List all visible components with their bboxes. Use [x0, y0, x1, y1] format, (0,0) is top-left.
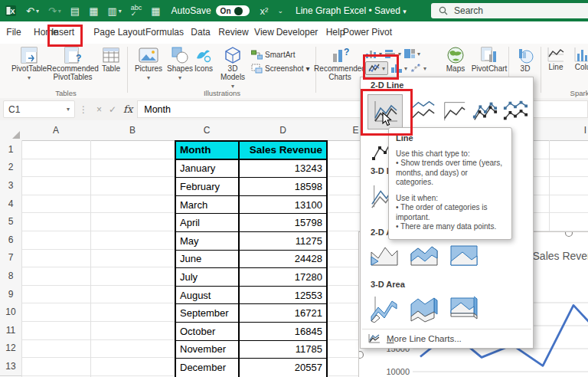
table-cell[interactable]: June — [176, 251, 240, 269]
table-cell[interactable]: 16845 — [240, 323, 326, 341]
row-header-3[interactable]: 3 — [0, 176, 22, 195]
table-cell[interactable]: December — [176, 359, 240, 377]
table-header-cell[interactable]: Month — [176, 142, 240, 160]
chart-type-3d-100-stacked-area[interactable] — [447, 292, 481, 324]
table-cell[interactable]: 24428 — [240, 251, 326, 269]
insert-line-chart-button[interactable]: ▾ — [365, 61, 388, 75]
redo-button[interactable]: ↷▾ — [44, 0, 66, 21]
name-box[interactable]: C1▾ — [3, 100, 75, 118]
table-cell[interactable]: October — [176, 323, 240, 341]
chart-type-stacked-line-with-markers[interactable] — [500, 94, 531, 128]
table-cell[interactable]: 17280 — [240, 268, 326, 287]
3d-map-button[interactable]: 3D — [513, 46, 537, 73]
column-header-D[interactable]: D — [239, 120, 328, 141]
formula-bar-splitter[interactable]: ⋮ — [75, 104, 92, 115]
qat-overflow-icon[interactable]: ⌄ — [273, 0, 288, 21]
pictures-button[interactable]: Pictures▾ — [132, 46, 165, 82]
row-header-8[interactable]: 8 — [0, 267, 22, 286]
row-header-4[interactable]: 4 — [0, 195, 22, 214]
row-header-2[interactable]: 2 — [0, 159, 22, 178]
table-cell[interactable]: 13100 — [240, 196, 326, 215]
autosave-toggle[interactable]: AutoSave On — [172, 5, 250, 16]
sparkline-column-button[interactable]: Colu — [570, 46, 588, 71]
qat-command-icon[interactable]: ▤ — [66, 0, 84, 21]
search-box[interactable]: Search — [431, 3, 588, 18]
table-cell[interactable]: November — [176, 341, 240, 359]
table-cell[interactable]: July — [176, 268, 240, 287]
autosave-switch[interactable]: On — [216, 5, 250, 16]
insert-column-chart-button[interactable]: ▾ — [365, 48, 382, 59]
tab-formulas[interactable]: Formulas — [145, 27, 184, 38]
spelling-icon[interactable]: abc✓ — [126, 0, 147, 21]
row-header-5[interactable]: 5 — [0, 212, 22, 231]
column-header-A[interactable]: A — [21, 120, 91, 141]
tab-page-layout[interactable]: Page Layout — [93, 27, 145, 38]
3d-models-button[interactable]: 3D Models▾ — [216, 46, 250, 90]
chart-type-stacked-line[interactable] — [408, 94, 439, 128]
row-header-13[interactable]: 13 — [0, 357, 22, 376]
tab-file[interactable]: File — [6, 27, 21, 38]
chart-type-line-with-markers[interactable] — [469, 94, 500, 128]
chart-type-3d-stacked-area[interactable] — [407, 292, 441, 324]
chart-title[interactable]: Sales Revenue — [533, 250, 588, 262]
sparkline-line-button[interactable]: Line — [544, 46, 568, 71]
qat-command-icon[interactable]: ▥▾ — [103, 0, 126, 21]
row-header-11[interactable]: 11 — [0, 321, 22, 340]
chart-type-area[interactable] — [368, 240, 401, 270]
insert-function-icon[interactable]: fx — [123, 103, 132, 115]
table-cell[interactable]: August — [176, 287, 240, 305]
qat-command-icon[interactable]: ▦ — [146, 0, 165, 21]
row-header-10[interactable]: 10 — [0, 303, 22, 322]
smartart-button[interactable]: SmartArt — [251, 50, 295, 60]
insert-scatter-chart-button[interactable]: ▾ — [410, 63, 426, 74]
qat-command-icon[interactable]: ▦ — [84, 0, 103, 21]
row-header-7[interactable]: 7 — [0, 249, 22, 268]
tab-data[interactable]: Data — [191, 27, 210, 38]
table-cell[interactable]: 16721 — [240, 304, 326, 323]
excel-logo-icon[interactable]: X — [0, 0, 21, 21]
icons-button[interactable]: Icons — [190, 46, 217, 73]
pivotchart-button[interactable]: PivotChart — [469, 46, 509, 73]
table-cell[interactable]: 12553 — [240, 287, 326, 305]
insert-bar-chart-button[interactable]: ▾ — [384, 48, 401, 59]
tab-developer[interactable]: Developer — [276, 27, 318, 38]
column-header-I[interactable]: I — [557, 120, 588, 141]
table-cell[interactable]: March — [176, 196, 240, 215]
table-cell[interactable]: February — [176, 178, 240, 196]
tab-help[interactable]: Help — [326, 27, 345, 38]
tab-insert[interactable]: Insert — [51, 27, 74, 38]
chart-type-3d-area[interactable] — [368, 292, 401, 324]
row-header-9[interactable]: 9 — [0, 285, 22, 304]
row-header-1[interactable]: 1 — [0, 140, 22, 159]
cancel-icon[interactable]: × — [96, 104, 102, 115]
chart-selection-handle-top[interactable] — [566, 232, 573, 237]
chart-type-stacked-area[interactable] — [407, 240, 441, 270]
table-cell[interactable]: 11785 — [240, 341, 326, 359]
more-line-charts-item[interactable]: More Line Charts... — [368, 333, 462, 343]
table-cell[interactable]: April — [176, 214, 240, 232]
chart-type-100-stacked-line[interactable] — [439, 94, 469, 128]
pivottable-button[interactable]: PivotTable▾ — [11, 46, 47, 82]
row-header-6[interactable]: 6 — [0, 231, 22, 250]
select-all-corner[interactable] — [0, 120, 22, 141]
insert-statistic-chart-button[interactable]: ▾ — [390, 63, 407, 74]
undo-button[interactable]: ↶▾ — [21, 0, 44, 21]
recommended-pivottables-button[interactable]: ? Recommended PivotTables — [47, 46, 98, 81]
screenshot-button[interactable]: Screenshot▾ — [251, 64, 310, 74]
tab-power-pivot[interactable]: Power Pivot — [343, 27, 392, 38]
table-cell[interactable]: 15798 — [240, 214, 326, 232]
tab-review[interactable]: Review — [218, 27, 248, 38]
chart-selection-handle-left[interactable] — [359, 352, 364, 359]
chart-type-100-stacked-area[interactable] — [447, 240, 481, 270]
table-button[interactable]: Table — [98, 46, 124, 73]
document-title[interactable]: Line Graph Excel • Saved ▾ — [296, 5, 407, 16]
table-cell[interactable]: 11275 — [240, 232, 326, 251]
table-cell[interactable]: 18598 — [240, 178, 326, 196]
table-cell[interactable]: May — [176, 232, 240, 251]
table-cell[interactable]: 20557 — [240, 359, 326, 377]
table-header-cell[interactable]: Sales Revenue — [240, 142, 326, 160]
column-header-B[interactable]: B — [90, 120, 175, 141]
table-cell[interactable]: January — [176, 160, 240, 179]
table-cell[interactable]: 13243 — [240, 160, 326, 179]
recommended-charts-button[interactable]: ? Recommended Charts — [318, 46, 362, 81]
